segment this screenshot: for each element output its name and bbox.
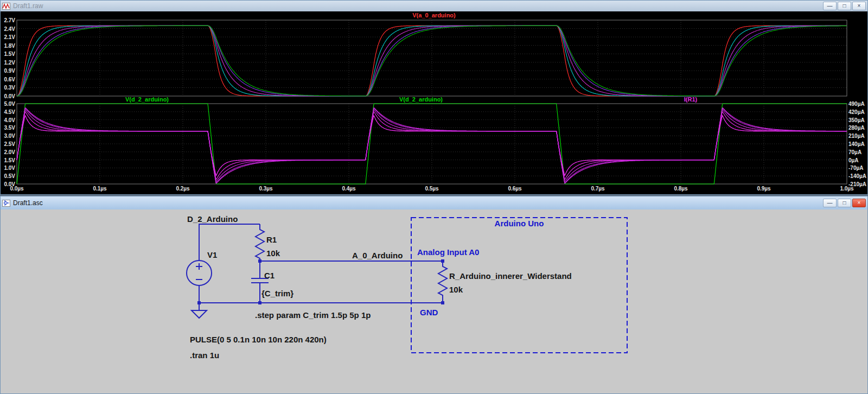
time-axis-tick-label: 0.1µs	[88, 186, 112, 192]
time-axis-tick-label: 0.8µs	[669, 186, 693, 192]
pane2-ytick-left-label: 2.0V	[1, 149, 15, 155]
waveform-svg	[1, 11, 867, 194]
time-axis-tick-label: 0.0µs	[5, 186, 29, 192]
schematic-canvas[interactable]: D_2_Arduino V1 R1 10k C1 {C_trim} A_0_Ar…	[1, 209, 867, 393]
maximize-button[interactable]: □	[838, 2, 851, 10]
pane2-ytick-left-label: 1.0V	[1, 165, 15, 171]
net-label-d2-arduino[interactable]: D_2_Arduino	[187, 214, 238, 224]
arduino-uno-boundary-box	[411, 218, 627, 353]
schematic-window-icon	[2, 200, 10, 207]
time-axis-tick-label: 0.9µs	[752, 186, 776, 192]
pane1-ytick-label: 0.9V	[1, 68, 15, 74]
pane2-ytick-right-label: 70µA	[848, 149, 867, 155]
comment-arduino-uno[interactable]: Arduino Uno	[411, 219, 627, 228]
pane2-ytick-left-label: 0.5V	[1, 173, 15, 179]
wire-junction	[258, 259, 261, 263]
window-draft1-asc: Draft1.asc — □ ×	[0, 196, 868, 394]
pane2-ytick-left-label: 5.0V	[1, 101, 15, 107]
window-title: Draft1.asc	[13, 199, 43, 207]
net-label-a0-arduino[interactable]: A_0_Arduino	[352, 251, 403, 260]
titlebar-asc[interactable]: Draft1.asc — □ ×	[1, 196, 867, 209]
pane2-title-3[interactable]: I(R1)	[684, 96, 697, 103]
pane1-ytick-label: 2.7V	[1, 17, 15, 23]
value-label-r-arduino[interactable]: 10k	[449, 285, 463, 294]
pane2-ytick-left-label: 2.5V	[1, 141, 15, 147]
pane1-ytick-label: 1.5V	[1, 51, 15, 57]
pane2-ytick-right-label: 0µA	[848, 157, 867, 163]
comment-gnd[interactable]: GND	[420, 308, 438, 317]
close-button[interactable]: ×	[852, 2, 866, 10]
pane2-ytick-left-label: 3.5V	[1, 125, 15, 131]
maximize-button[interactable]: □	[838, 199, 851, 207]
pane2-ytick-right-label: -70µA	[848, 165, 867, 171]
time-axis-tick-label: 0.5µs	[420, 186, 444, 192]
pane2-ytick-left-label: 1.5V	[1, 157, 15, 163]
comment-analog-input-a0[interactable]: Analog Input A0	[417, 247, 479, 257]
pane2-title-2[interactable]: V(d_2_arduino)	[399, 96, 443, 103]
pane1-ytick-label: 1.2V	[1, 60, 15, 66]
trace-ir1-step1	[17, 116, 847, 175]
wire-junction	[197, 301, 201, 304]
minimize-button[interactable]: —	[823, 199, 837, 207]
value-label-c1[interactable]: {C_trim}	[261, 289, 293, 298]
spice-directive-step[interactable]: .step param C_trim 1.5p 5p 1p	[255, 310, 371, 320]
schematic-svg	[1, 209, 867, 393]
pane1-ytick-label: 1.8V	[1, 43, 15, 49]
minimize-button[interactable]: —	[823, 2, 837, 10]
caption-buttons: — □ ×	[823, 2, 866, 10]
ground-symbol[interactable]	[192, 310, 207, 318]
wire-junction	[258, 301, 261, 304]
pane1-ytick-label: 0.3V	[1, 85, 15, 91]
window-title: Draft1.raw	[13, 2, 43, 10]
spice-directive-pulse[interactable]: PULSE(0 5 0.1n 10n 10n 220n 420n)	[190, 335, 327, 344]
component-label-r-arduino[interactable]: R_Arduino_innerer_Widerstand	[449, 271, 572, 281]
pane2-ytick-left-label: 4.5V	[1, 109, 15, 115]
caption-buttons: — □ ×	[823, 199, 866, 207]
resistor-r-arduino[interactable]	[438, 261, 447, 303]
pane2-ytick-right-label: 490µA	[848, 101, 867, 107]
wire-junction	[441, 301, 444, 304]
pane2-ytick-left-label: 3.0V	[1, 133, 15, 139]
trace-ir1-step3	[17, 110, 847, 181]
pane2-ytick-right-label: 280µA	[848, 125, 867, 131]
pane2-title-1[interactable]: V(d_2_arduino)	[125, 96, 169, 103]
wire-junction	[441, 259, 444, 263]
waveform-window-icon	[2, 3, 10, 10]
time-axis-tick-label: 0.2µs	[171, 186, 195, 192]
pane1-ytick-label: 0.6V	[1, 77, 15, 82]
component-label-v1[interactable]: V1	[207, 250, 217, 259]
pane2-ytick-right-label: -140µA	[848, 173, 867, 179]
component-label-r1[interactable]: R1	[266, 235, 277, 244]
component-label-c1[interactable]: C1	[264, 271, 275, 280]
desktop: Draft1.raw — □ × V(a_0_arduino)V(d_2_ard…	[0, 0, 868, 394]
pane2-ytick-right-label: 420µA	[848, 109, 867, 115]
pane1-title[interactable]: V(a_0_arduino)	[1, 12, 867, 18]
time-axis-tick-label: 0.7µs	[586, 186, 610, 192]
value-label-r1[interactable]: 10k	[266, 249, 280, 258]
pane2-ytick-left-label: 4.0V	[1, 117, 15, 123]
pane2-ytick-right-label: 210µA	[848, 133, 867, 139]
close-button[interactable]: ×	[852, 199, 866, 207]
time-axis-tick-label: 0.3µs	[254, 186, 278, 192]
pane1-ytick-label: 2.4V	[1, 26, 15, 32]
titlebar-raw[interactable]: Draft1.raw — □ ×	[1, 1, 867, 11]
time-axis-tick-label: 0.4µs	[337, 186, 361, 192]
resistor-r1[interactable]	[256, 224, 264, 261]
pane1-ytick-label: 0.0V	[1, 93, 15, 99]
time-axis-tick-label: 0.6µs	[503, 186, 527, 192]
pane2-ytick-right-label: 140µA	[848, 141, 867, 147]
window-draft1-raw: Draft1.raw — □ × V(a_0_arduino)V(d_2_ard…	[0, 0, 868, 195]
spice-directive-tran[interactable]: .tran 1u	[190, 351, 219, 360]
waveform-plot-area[interactable]: V(a_0_arduino)V(d_2_arduino)V(d_2_arduin…	[1, 11, 867, 194]
pane2-ytick-right-label: 350µA	[848, 117, 867, 123]
time-axis-tick-label: 1.0µs	[835, 186, 859, 192]
pane1-ytick-label: 2.1V	[1, 34, 15, 40]
